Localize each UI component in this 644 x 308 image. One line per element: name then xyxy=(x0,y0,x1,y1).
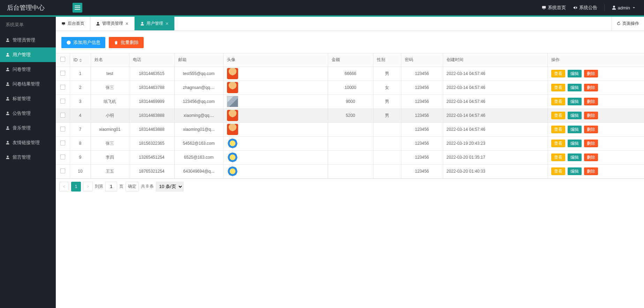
edit-button[interactable]: 编辑 xyxy=(568,140,582,147)
tab[interactable]: 管理员管理✕ xyxy=(90,17,135,30)
cell-amount: 10000 xyxy=(328,81,373,95)
view-button[interactable]: 查看 xyxy=(551,126,565,133)
menu-toggle-button[interactable] xyxy=(73,3,82,13)
close-icon[interactable]: ✕ xyxy=(165,21,169,26)
cell-gender: 男 xyxy=(373,95,401,108)
cell-email: 643049694@q... xyxy=(174,164,223,178)
view-button[interactable]: 查看 xyxy=(551,167,565,175)
cell-ops: 查看 编辑 删除 xyxy=(547,67,644,81)
sidebar-item[interactable]: 管理员管理 xyxy=(0,33,56,47)
cell-avatar xyxy=(223,122,328,136)
view-button[interactable]: 查看 xyxy=(551,112,565,119)
pager-jump-label: 到第 xyxy=(95,183,103,189)
row-checkbox[interactable] xyxy=(60,85,65,90)
page-operations-button[interactable]: 页面操作 xyxy=(611,17,644,30)
delete-button[interactable]: 删除 xyxy=(584,98,598,105)
delete-button[interactable]: 删除 xyxy=(584,153,598,161)
sidebar-item[interactable]: 留言管理 xyxy=(0,150,56,165)
tab[interactable]: 用户管理✕ xyxy=(135,17,175,30)
sidebar-item[interactable]: 标签管理 xyxy=(0,91,56,106)
monitor-icon xyxy=(61,22,66,26)
view-button[interactable]: 查看 xyxy=(551,140,565,147)
cell-password: 123456 xyxy=(401,95,443,108)
page-jump-confirm[interactable]: 确定 xyxy=(126,182,139,191)
row-checkbox[interactable] xyxy=(60,99,65,104)
cell-amount: 66666 xyxy=(328,67,373,81)
sidebar-item[interactable]: 问卷管理 xyxy=(0,62,56,77)
delete-button[interactable]: 删除 xyxy=(584,140,598,147)
avatar xyxy=(227,110,238,121)
main-area: 后台首页管理员管理✕用户管理✕ 页面操作 添加用户信息 批量删除 xyxy=(56,17,644,308)
edit-button[interactable]: 编辑 xyxy=(568,70,582,77)
close-icon[interactable]: ✕ xyxy=(125,21,129,26)
tab[interactable]: 后台首页 xyxy=(56,17,90,30)
cell-email: xiaoming01@q... xyxy=(174,122,223,136)
cell-amount xyxy=(328,164,373,178)
delete-button[interactable]: 删除 xyxy=(584,84,598,91)
cell-avatar xyxy=(223,95,328,108)
table-row: 9 李四 13265451254 6525@163.com 123456 202… xyxy=(56,150,644,164)
delete-button[interactable]: 删除 xyxy=(584,126,598,133)
page-ops-label: 页面操作 xyxy=(622,21,639,27)
page-prev-button[interactable]: < xyxy=(59,182,69,191)
row-checkbox[interactable] xyxy=(60,71,65,76)
header-link-notice[interactable]: 系统公告 xyxy=(573,5,597,11)
edit-button[interactable]: 编辑 xyxy=(568,126,582,133)
col-id[interactable]: ID xyxy=(70,53,91,67)
row-checkbox[interactable] xyxy=(60,155,65,159)
sidebar-item[interactable]: 问卷结果管理 xyxy=(0,77,56,91)
add-user-button[interactable]: 添加用户信息 xyxy=(61,37,105,48)
user-icon xyxy=(6,53,10,57)
edit-button[interactable]: 编辑 xyxy=(568,84,582,91)
view-button[interactable]: 查看 xyxy=(551,98,565,105)
edit-button[interactable]: 编辑 xyxy=(568,98,582,105)
sidebar-item[interactable]: 用户管理 xyxy=(0,47,56,62)
avatar xyxy=(227,68,238,79)
view-button[interactable]: 查看 xyxy=(551,153,565,161)
sidebar-item[interactable]: 友情链接管理 xyxy=(0,135,56,150)
cell-password: 123456 xyxy=(401,67,443,81)
cell-phone: 13265451254 xyxy=(129,150,174,164)
sidebar-item[interactable]: 音乐管理 xyxy=(0,121,56,135)
sidebar-title: 系统菜单 xyxy=(0,17,56,33)
avatar xyxy=(227,82,238,93)
row-checkbox[interactable] xyxy=(60,113,65,118)
tab-label: 管理员管理 xyxy=(102,21,123,27)
cell-created: 2022-03-19 20:43:23 xyxy=(443,136,547,150)
edit-button[interactable]: 编辑 xyxy=(568,112,582,119)
page-jump-input[interactable] xyxy=(105,182,117,191)
plus-circle-icon xyxy=(66,40,71,45)
table-row: 4 小明 18314463888 xiaoming@qq.... 5200 男 … xyxy=(56,108,644,122)
sidebar-item-label: 管理员管理 xyxy=(13,37,35,43)
edit-button[interactable]: 编辑 xyxy=(568,167,582,175)
delete-button[interactable]: 删除 xyxy=(584,167,598,175)
header-link-home[interactable]: 系统首页 xyxy=(541,5,566,11)
col-created: 创建时间 xyxy=(443,53,547,67)
cell-ops: 查看 编辑 删除 xyxy=(547,136,644,150)
page-size-select[interactable]: 10 条/页 xyxy=(156,182,183,191)
avatar xyxy=(227,124,238,135)
cell-created: 2022-03-14 04:57:46 xyxy=(443,108,547,122)
header-user-menu[interactable]: admin xyxy=(612,5,636,10)
delete-button[interactable]: 删除 xyxy=(584,70,598,77)
edit-button[interactable]: 编辑 xyxy=(568,153,582,161)
view-button[interactable]: 查看 xyxy=(551,84,565,91)
sidebar-item-label: 公告管理 xyxy=(13,110,31,117)
sidebar-item[interactable]: 公告管理 xyxy=(0,106,56,121)
row-checkbox[interactable] xyxy=(60,168,65,173)
cell-created: 2022-03-20 01:35:17 xyxy=(443,150,547,164)
page-number[interactable]: 1 xyxy=(71,182,81,191)
row-checkbox[interactable] xyxy=(60,141,65,145)
delete-button[interactable]: 删除 xyxy=(584,112,598,119)
cell-amount xyxy=(328,136,373,150)
cell-name: 王五 xyxy=(91,164,129,178)
select-all-checkbox[interactable] xyxy=(60,57,65,62)
cell-created: 2022-03-14 04:57:46 xyxy=(443,122,547,136)
cell-ops: 查看 编辑 删除 xyxy=(547,81,644,95)
cell-password: 123456 xyxy=(401,108,443,122)
view-button[interactable]: 查看 xyxy=(551,70,565,77)
sidebar-item-label: 音乐管理 xyxy=(13,125,31,131)
batch-delete-button[interactable]: 批量删除 xyxy=(109,37,144,48)
page-next-button[interactable]: > xyxy=(83,182,93,191)
row-checkbox[interactable] xyxy=(60,127,65,132)
